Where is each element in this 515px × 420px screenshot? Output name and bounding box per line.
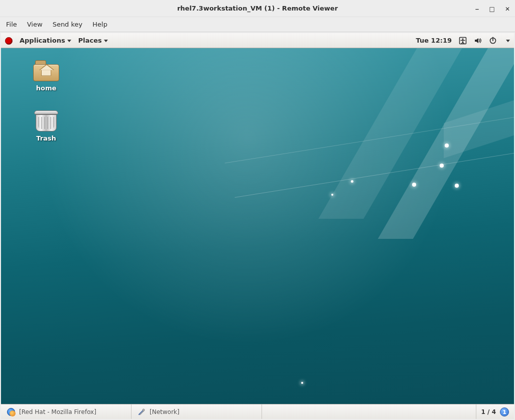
- trash-icon: [33, 110, 59, 131]
- workspace-indicator: 1 / 4: [481, 408, 496, 415]
- wallpaper-decoration: [440, 164, 444, 168]
- redhat-logo-icon: [5, 37, 13, 45]
- viewer-titlebar[interactable]: rhel7.3workstation_VM (1) - Remote Viewe…: [0, 0, 515, 17]
- wallpaper-decoration: [445, 144, 449, 148]
- desktop[interactable]: home Trash: [1, 48, 514, 404]
- taskbar-spacer: [262, 404, 476, 419]
- task-network[interactable]: [Network]: [132, 404, 262, 419]
- svg-point-4: [143, 409, 145, 411]
- desktop-icon-label: home: [21, 84, 71, 92]
- wallpaper-decoration: [331, 194, 333, 196]
- accessibility-icon[interactable]: [459, 37, 467, 45]
- clock[interactable]: Tue 12:19: [416, 37, 452, 44]
- wallpaper-decoration: [351, 180, 353, 183]
- svg-point-1: [462, 38, 463, 40]
- desktop-home-icon[interactable]: home: [21, 60, 71, 92]
- volume-icon[interactable]: [474, 37, 482, 45]
- menu-send-key[interactable]: Send key: [53, 21, 83, 28]
- desktop-icon-label: Trash: [21, 134, 71, 142]
- folder-home-icon: [33, 60, 59, 81]
- workspace-switcher[interactable]: 1 / 4 1: [476, 404, 514, 419]
- wallpaper-decoration: [301, 382, 303, 384]
- gnome-top-bar: Applications Places Tue 12:19: [1, 33, 514, 48]
- gnome-taskbar: [Red Hat - Mozilla Firefox] [Network] 1 …: [1, 404, 514, 419]
- system-menu-caret[interactable]: [504, 37, 510, 44]
- vm-display: Applications Places Tue 12:19: [1, 33, 514, 419]
- viewer-title: rhel7.3workstation_VM (1) - Remote Viewe…: [177, 5, 338, 12]
- wallpaper-decoration: [412, 183, 416, 187]
- tools-network-icon: [138, 408, 146, 416]
- menu-help[interactable]: Help: [92, 21, 107, 28]
- workspace-badge: 1: [500, 407, 509, 416]
- menu-file[interactable]: File: [6, 21, 17, 28]
- task-firefox[interactable]: [Red Hat - Mozilla Firefox]: [1, 404, 132, 419]
- task-label: [Network]: [150, 408, 179, 415]
- power-icon[interactable]: [489, 37, 497, 45]
- task-label: [Red Hat - Mozilla Firefox]: [19, 408, 96, 415]
- firefox-icon: [7, 408, 15, 416]
- maximize-button[interactable]: [489, 5, 495, 13]
- wallpaper-decoration: [455, 184, 459, 188]
- menu-view[interactable]: View: [27, 21, 43, 28]
- applications-menu[interactable]: Applications: [20, 37, 71, 44]
- close-button[interactable]: [505, 5, 510, 13]
- places-menu[interactable]: Places: [78, 37, 108, 44]
- desktop-trash-icon[interactable]: Trash: [21, 110, 71, 142]
- minimize-button[interactable]: [475, 4, 479, 14]
- viewer-menubar: File View Send key Help: [0, 17, 515, 32]
